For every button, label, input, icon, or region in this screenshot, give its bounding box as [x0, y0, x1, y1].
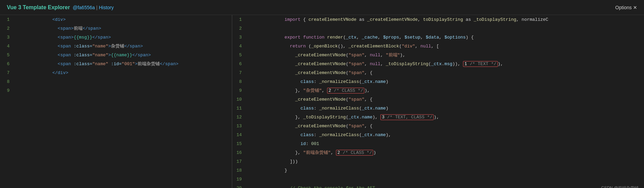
- line-num-4: 4: [0, 44, 14, 49]
- line-num-c17: 17: [232, 159, 246, 164]
- line-num-2: 2: [0, 26, 14, 31]
- top-bar: Vue 3 Template Explorer @fa6556a | Histo…: [0, 0, 644, 15]
- line-content-c20: // Check the console for the AST: [246, 180, 375, 188]
- compiled-line-20: 20 // Check the console for the AST CSDN…: [232, 184, 644, 188]
- line-num-c10: 10: [232, 97, 246, 102]
- line-num-c15: 15: [232, 141, 246, 146]
- line-num-3: 3: [0, 35, 14, 40]
- top-bar-links: @fa6556a | History: [73, 5, 114, 10]
- separator: |: [96, 5, 98, 10]
- line-num-c16: 16: [232, 150, 246, 155]
- compiled-line-1: 1 import { createElementVNode as _create…: [232, 15, 644, 24]
- footer-credit: CSDN @前端杂货铺: [601, 185, 644, 188]
- line-num-c18: 18: [232, 168, 246, 173]
- line-8: 8: [0, 77, 232, 86]
- main-content: 1 <div> 2 <span>前端</span> 3: [0, 15, 644, 188]
- line-num-9: 9: [0, 88, 14, 93]
- top-bar-left: Vue 3 Template Explorer @fa6556a | Histo…: [7, 4, 114, 11]
- right-panel[interactable]: 1 import { createElementVNode as _create…: [232, 15, 644, 188]
- template-code: 1 <div> 2 <span>前端</span> 3: [0, 15, 232, 188]
- line-num-c2: 2: [232, 26, 246, 31]
- line-num-c12: 12: [232, 115, 246, 120]
- commit-link[interactable]: @fa6556a: [73, 5, 95, 10]
- line-num-c14: 14: [232, 132, 246, 138]
- right-panel-inner: 1 import { createElementVNode as _create…: [232, 15, 644, 188]
- line-num-c4: 4: [232, 44, 246, 49]
- app-title: Vue 3 Template Explorer: [7, 4, 70, 11]
- left-panel-inner: 1 <div> 2 <span>前端</span> 3: [0, 15, 232, 188]
- app-container: Vue 3 Template Explorer @fa6556a | Histo…: [0, 0, 644, 188]
- line-num-1: 1: [0, 17, 14, 22]
- options-button[interactable]: Options ✕: [615, 5, 637, 10]
- line-num-c9: 9: [232, 88, 246, 93]
- line-num-c11: 11: [232, 106, 246, 111]
- left-panel[interactable]: 1 <div> 2 <span>前端</span> 3: [0, 15, 232, 188]
- line-num-c1: 1: [232, 17, 246, 22]
- line-num-7: 7: [0, 70, 14, 75]
- line-num-c3: 3: [232, 35, 246, 40]
- compiled-code: 1 import { createElementVNode as _create…: [232, 15, 644, 188]
- line-num-c8: 8: [232, 79, 246, 84]
- compiled-line-18: 18 }: [232, 166, 644, 175]
- line-9: 9: [0, 86, 232, 95]
- line-num-c20: 20: [232, 186, 246, 188]
- line-num-5: 5: [0, 53, 14, 58]
- history-link[interactable]: History: [99, 5, 114, 10]
- line-num-c5: 5: [232, 53, 246, 58]
- line-num-c13: 13: [232, 124, 246, 129]
- line-num-6: 6: [0, 61, 14, 67]
- line-7: 7 </div>: [0, 68, 232, 77]
- line-num-8: 8: [0, 79, 14, 84]
- line-num-c7: 7: [232, 70, 246, 75]
- line-num-c6: 6: [232, 61, 246, 67]
